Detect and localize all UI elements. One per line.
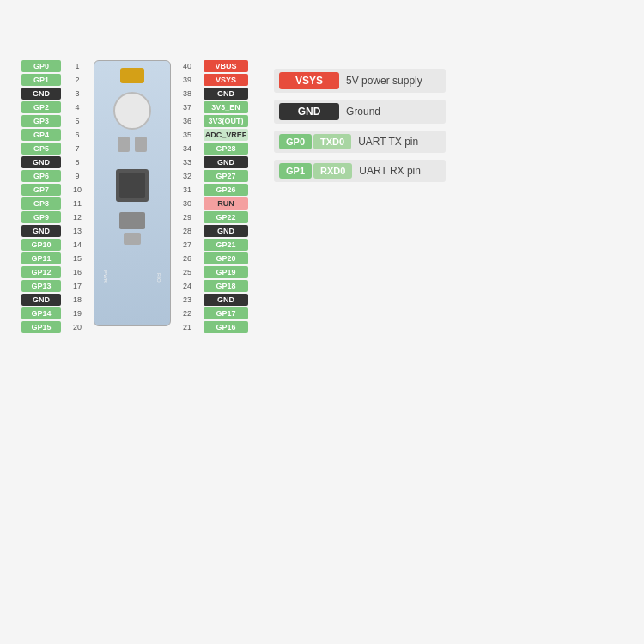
right-num-37: 37 xyxy=(179,101,195,113)
right-pins-col: VBUSVSYSGND3V3_EN3V3(OUT)ADC_VREFGP28GND… xyxy=(204,60,248,334)
board-battery xyxy=(113,92,151,130)
right-pin-19: GP17 xyxy=(204,307,248,319)
legend-badge-pair-2: GP0TXD0 xyxy=(279,134,351,149)
legend-row-1: GNDGround xyxy=(274,100,446,124)
left-pin-2: GP1 xyxy=(21,74,61,86)
left-pin-5: GP3 xyxy=(21,115,61,127)
left-num-19: 19 xyxy=(70,307,85,319)
right-num-31: 31 xyxy=(179,184,195,196)
legend-area: VSYS5V power supplyGNDGroundGP0TXD0UART … xyxy=(274,69,446,182)
left-pin-3: GND xyxy=(21,88,61,100)
right-num-28: 28 xyxy=(179,225,195,237)
legend-desc-1: Ground xyxy=(346,106,380,118)
right-pin-14: GP21 xyxy=(204,239,248,251)
legend-badge1-2: GP0 xyxy=(279,134,312,149)
right-pin-18: GND xyxy=(204,294,248,306)
left-pin-10: GP7 xyxy=(21,184,61,196)
main-content: GP0GP1GNDGP2GP3GP4GP5GNDGP6GP7GP8GP9GNDG… xyxy=(21,60,623,334)
right-num-21: 21 xyxy=(179,321,195,333)
left-numbers-col: 1234567891011121314151617181920 xyxy=(70,60,85,334)
left-pin-11: GP8 xyxy=(21,197,61,210)
left-pin-14: GP10 xyxy=(21,239,61,251)
right-pin-11: RUN xyxy=(204,197,248,210)
left-num-1: 1 xyxy=(70,60,85,72)
right-num-36: 36 xyxy=(179,115,195,127)
left-pin-19: GP14 xyxy=(21,307,61,319)
left-num-13: 13 xyxy=(70,225,85,237)
right-num-24: 24 xyxy=(179,280,195,292)
legend-row-0: VSYS5V power supply xyxy=(274,69,446,93)
right-pin-16: GP19 xyxy=(204,266,248,278)
right-num-34: 34 xyxy=(179,143,195,155)
left-pin-6: GP4 xyxy=(21,129,61,141)
left-pin-17: GP13 xyxy=(21,280,61,292)
right-num-38: 38 xyxy=(179,88,195,100)
right-pin-4: 3V3_EN xyxy=(204,101,248,113)
right-num-25: 25 xyxy=(179,266,195,278)
right-num-30: 30 xyxy=(179,197,195,210)
left-num-20: 20 xyxy=(70,321,85,333)
right-num-40: 40 xyxy=(179,60,195,72)
right-num-26: 26 xyxy=(179,252,195,264)
left-num-5: 5 xyxy=(70,115,85,127)
right-pin-1: VBUS xyxy=(204,60,248,72)
right-pin-3: GND xyxy=(204,88,248,100)
legend-badge-pair-3: GP1RXD0 xyxy=(279,163,352,179)
board-text-pwr: PWR xyxy=(103,270,108,283)
left-num-15: 15 xyxy=(70,252,85,264)
left-pin-9: GP6 xyxy=(21,170,61,182)
legend-desc-3: UART RX pin xyxy=(359,165,421,177)
board-image: PWR RIO xyxy=(94,60,171,326)
right-num-32: 32 xyxy=(179,170,195,182)
board-usb xyxy=(120,68,144,83)
right-num-23: 23 xyxy=(179,294,195,306)
left-num-14: 14 xyxy=(70,239,85,251)
left-pin-7: GP5 xyxy=(21,143,61,155)
right-numbers-col: 4039383736353433323130292827262524232221 xyxy=(179,60,195,334)
board-text-rio: RIO xyxy=(156,273,161,283)
right-pin-17: GP18 xyxy=(204,280,248,292)
right-num-39: 39 xyxy=(179,74,195,86)
legend-badge-1: GND xyxy=(279,103,339,120)
legend-row-2: GP0TXD0UART TX pin xyxy=(274,131,446,153)
legend-badge2-3: RXD0 xyxy=(313,163,352,179)
left-pin-13: GND xyxy=(21,225,61,237)
left-pin-1: GP0 xyxy=(21,60,61,72)
board-chip xyxy=(116,169,149,202)
left-num-18: 18 xyxy=(70,294,85,306)
board-conn-left xyxy=(118,137,130,152)
legend-badge-0: VSYS xyxy=(279,72,339,89)
right-num-22: 22 xyxy=(179,307,195,319)
right-pin-10: GP26 xyxy=(204,184,248,196)
left-num-9: 9 xyxy=(70,170,85,182)
board-antenna xyxy=(124,233,141,245)
legend-desc-2: UART TX pin xyxy=(358,136,418,148)
right-pin-2: VSYS xyxy=(204,74,248,86)
left-pin-8: GND xyxy=(21,156,61,168)
right-pin-20: GP16 xyxy=(204,321,248,333)
right-num-35: 35 xyxy=(179,129,195,141)
right-num-27: 27 xyxy=(179,239,195,251)
left-pin-12: GP9 xyxy=(21,211,61,223)
legend-row-3: GP1RXD0UART RX pin xyxy=(274,160,446,182)
left-pins-col: GP0GP1GNDGP2GP3GP4GP5GNDGP6GP7GP8GP9GNDG… xyxy=(21,60,61,334)
right-pin-12: GP22 xyxy=(204,211,248,223)
left-pin-16: GP12 xyxy=(21,266,61,278)
left-pin-20: GP15 xyxy=(21,321,61,333)
left-num-4: 4 xyxy=(70,101,85,113)
left-num-10: 10 xyxy=(70,184,85,196)
right-num-33: 33 xyxy=(179,156,195,168)
left-pin-4: GP2 xyxy=(21,101,61,113)
legend-badge2-2: TXD0 xyxy=(313,134,351,149)
left-pin-18: GND xyxy=(21,294,61,306)
legend-badge1-3: GP1 xyxy=(279,163,312,179)
right-pin-9: GP27 xyxy=(204,170,248,182)
legend-desc-0: 5V power supply xyxy=(346,75,422,87)
left-num-7: 7 xyxy=(70,143,85,155)
right-pin-5: 3V3(OUT) xyxy=(204,115,248,127)
right-pin-15: GP20 xyxy=(204,252,248,264)
left-num-8: 8 xyxy=(70,156,85,168)
left-num-2: 2 xyxy=(70,74,85,86)
left-num-16: 16 xyxy=(70,266,85,278)
left-num-3: 3 xyxy=(70,88,85,100)
